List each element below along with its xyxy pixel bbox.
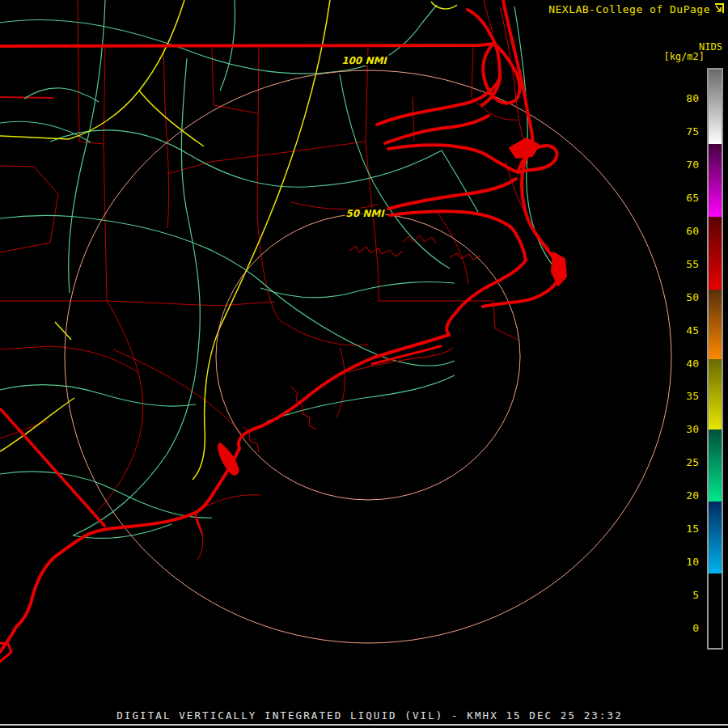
legend-units: [kg/m2] (663, 51, 705, 62)
radar-display: 100 NMI 50 NMI NEXLAB-College of DuPage … (0, 0, 728, 728)
color-scale-tick-80: 80 (675, 92, 699, 104)
green-roads (0, 0, 555, 539)
color-scale-segment-blue (709, 502, 722, 574)
color-scale-segment-orange (709, 290, 722, 359)
color-scale-tick-60: 60 (675, 225, 699, 237)
color-scale-tick-20: 20 (675, 489, 699, 502)
color-scale-tick-10: 10 (675, 556, 699, 568)
color-scale-tick-0: 0 (675, 622, 699, 634)
color-scale-bar (707, 68, 723, 650)
color-scale-segment-magenta (709, 144, 722, 217)
color-scale-tick-35: 35 (675, 390, 699, 402)
color-scale-tick-70: 70 (675, 159, 699, 171)
range-rings (65, 70, 671, 643)
color-scale-tick-55: 55 (675, 258, 699, 270)
base-map: 100 NMI 50 NMI (0, 0, 728, 728)
color-scale-tick-40: 40 (675, 358, 699, 370)
color-scale-segment-yellow (709, 359, 722, 430)
coastline (0, 0, 566, 662)
product-status-text: DIGITAL VERTICALLY INTEGRATED LIQUID (VI… (0, 709, 728, 722)
yellow-roads (0, 0, 457, 480)
cod-weather-logo-icon (713, 2, 726, 15)
color-scale-tick-65: 65 (675, 192, 699, 204)
color-scale-segment-gray (709, 70, 722, 145)
ring-label-100nmi: 100 NMI (341, 55, 387, 66)
color-scale-tick-25: 25 (675, 456, 699, 468)
color-scale-tick-30: 30 (675, 423, 699, 435)
color-scale-tick-45: 45 (675, 324, 699, 336)
ring-label-50nmi: 50 NMI (345, 208, 385, 219)
brand-text: NEXLAB-College of DuPage (548, 3, 710, 15)
color-scale-tick-5: 5 (675, 589, 699, 601)
color-scale-tick-75: 75 (675, 125, 699, 138)
color-scale-segment-black (709, 574, 722, 645)
color-scale-segment-green (709, 430, 722, 501)
bottom-divider-line (0, 724, 728, 726)
ring-100nmi (65, 70, 671, 643)
color-scale-tick-15: 15 (675, 523, 699, 535)
color-scale-segment-red (709, 217, 722, 290)
color-scale-tick-50: 50 (675, 291, 699, 303)
